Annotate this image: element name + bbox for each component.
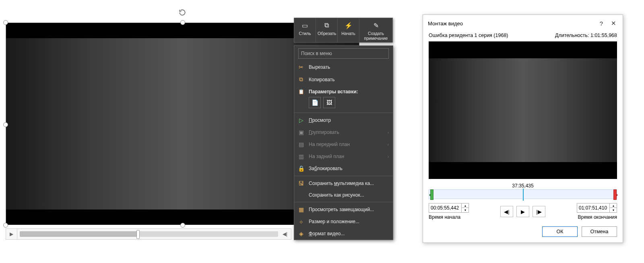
video-control-bar: ▶ ◀|: [6, 228, 291, 240]
paste-options: 📄 🖼: [294, 96, 393, 111]
spin-down-button[interactable]: ▾: [610, 208, 617, 212]
video-name-label: Ошибка резидента 1 серия (1968): [429, 33, 508, 38]
duration-value: 1:01:55,968: [590, 33, 617, 38]
selection-handle[interactable]: [3, 20, 8, 25]
dialog-info-row: Ошибка резидента 1 серия (1968) Длительн…: [423, 32, 623, 41]
chevron-right-icon: ›: [388, 142, 389, 147]
separator: [294, 176, 393, 176]
paste-options-heading: 📋 Параметры вставки:: [294, 86, 393, 96]
menu-send-back-label: На задний план: [309, 154, 344, 159]
menu-format-video-label: Формат видео...: [309, 231, 345, 236]
separator: [294, 202, 393, 202]
crop-label: Обрезать: [318, 31, 336, 36]
play-icon: ▷: [297, 117, 305, 123]
style-icon: ▭: [296, 21, 314, 30]
menu-cut[interactable]: ✂ Вырезать: [294, 61, 393, 73]
bring-front-icon: ▤: [297, 141, 305, 148]
start-label: Начать: [339, 31, 357, 36]
help-button[interactable]: ?: [595, 19, 607, 28]
end-time-group: ▴ ▾ Время окончания: [577, 203, 617, 220]
menu-save-media[interactable]: 🖫 Сохранить мультимедиа ка...: [294, 177, 393, 189]
start-time-group: ▴ ▾ Время начала: [429, 203, 469, 220]
size-icon: ⟐: [297, 218, 305, 225]
play-button[interactable]: ▶: [516, 206, 529, 217]
letterbox-top: [429, 41, 617, 58]
save-media-icon: 🖫: [297, 180, 305, 187]
menu-preview-label: Просмотр: [309, 117, 331, 123]
menu-send-back: ▥ На задний план ›: [294, 150, 393, 162]
playhead-cursor[interactable]: [523, 189, 524, 201]
menu-preview[interactable]: ▷ Просмотр: [294, 114, 393, 126]
spin-down-button[interactable]: ▾: [462, 208, 469, 212]
play-button[interactable]: ▶: [6, 229, 17, 239]
crop-icon: ⧉: [318, 21, 336, 30]
trim-end-handle[interactable]: [613, 189, 617, 200]
format-video-icon: ◈: [297, 230, 305, 237]
rotate-handle-icon[interactable]: [177, 7, 188, 18]
context-menu: ✂ Вырезать ⧉ Копировать 📋 Параметры вста…: [294, 45, 393, 240]
next-frame-button[interactable]: |▶: [533, 206, 545, 217]
end-time-input[interactable]: [577, 203, 610, 213]
send-back-icon: ▥: [297, 153, 305, 160]
selection-handle[interactable]: [3, 223, 8, 228]
menu-cut-label: Вырезать: [309, 64, 330, 70]
scissors-icon: ✂: [297, 64, 305, 70]
dialog-titlebar: Монтаж видео ? ✕: [423, 15, 623, 32]
trim-video-dialog: Монтаж видео ? ✕ Ошибка резидента 1 сери…: [423, 14, 623, 243]
paste-option-picture[interactable]: 🖼: [323, 97, 335, 108]
group-icon: ▣: [297, 129, 305, 136]
menu-view-placeholder-label: Просмотреть замещающий...: [309, 207, 374, 212]
menu-search-input[interactable]: [298, 48, 389, 59]
step-back-button[interactable]: ◀|: [281, 230, 289, 238]
dialog-title: Монтаж видео: [428, 21, 595, 27]
start-time-spinner: ▴ ▾: [462, 203, 469, 213]
transport-controls: ◀| ▶ |▶: [500, 206, 545, 217]
trim-slider[interactable]: [429, 189, 617, 199]
menu-lock-label: Заблокировать: [309, 166, 343, 171]
menu-group-label: Группировать: [309, 129, 339, 135]
selection-handle[interactable]: [180, 20, 185, 25]
chevron-right-icon: ›: [388, 154, 389, 159]
start-time-input[interactable]: [429, 203, 462, 213]
new-comment-button[interactable]: ✎ Создать примечание: [359, 18, 392, 42]
duration-label: Длительность:: [555, 33, 589, 38]
new-comment-label: Создать примечание: [361, 31, 391, 41]
prev-frame-button[interactable]: ◀|: [500, 206, 513, 217]
menu-format-video[interactable]: ◈ Формат видео...: [294, 228, 393, 240]
video-progress: [20, 231, 138, 237]
comment-icon: ✎: [361, 21, 391, 30]
menu-view-placeholder[interactable]: ▦ Просмотреть замещающий...: [294, 203, 393, 216]
menu-lock[interactable]: 🔒 Заблокировать: [294, 162, 393, 175]
style-label: Стиль: [296, 31, 314, 36]
menu-search-wrap: [294, 46, 393, 61]
selection-handle[interactable]: [180, 223, 185, 228]
placeholder-icon: ▦: [297, 206, 305, 213]
menu-save-picture[interactable]: Сохранить как рисунок...: [294, 189, 393, 201]
menu-copy[interactable]: ⧉ Копировать: [294, 73, 393, 86]
style-button[interactable]: ▭ Стиль: [294, 18, 316, 42]
letterbox-bottom: [429, 162, 617, 179]
start-icon: ⚡: [339, 21, 357, 30]
video-progress-track[interactable]: [20, 231, 278, 237]
menu-size-position-label: Размер и положение...: [309, 219, 359, 224]
close-button[interactable]: ✕: [607, 19, 619, 28]
cancel-button[interactable]: Отмена: [582, 226, 617, 237]
spin-up-button[interactable]: ▴: [462, 203, 469, 208]
preview-thumbnail: [429, 58, 617, 162]
menu-size-position[interactable]: ⟐ Размер и положение...: [294, 216, 393, 228]
selection-handle[interactable]: [3, 122, 8, 127]
lock-icon: 🔒: [297, 165, 305, 172]
separator: [294, 113, 393, 113]
trim-start-handle[interactable]: [430, 189, 433, 200]
crop-button[interactable]: ⧉ Обрезать: [316, 18, 338, 42]
start-button[interactable]: ⚡ Начать: [338, 18, 359, 42]
copy-icon: ⧉: [297, 76, 305, 83]
end-time-label: Время окончания: [578, 214, 617, 220]
dialog-footer: ОК Отмена: [423, 221, 623, 242]
menu-copy-label: Копировать: [309, 77, 335, 82]
menu-group: ▣ Группировать ›: [294, 126, 393, 138]
spin-up-button[interactable]: ▴: [610, 203, 617, 208]
paste-option-keep-formatting[interactable]: 📄: [309, 97, 321, 108]
ok-button[interactable]: ОК: [542, 226, 578, 237]
start-time-label: Время начала: [429, 214, 460, 220]
